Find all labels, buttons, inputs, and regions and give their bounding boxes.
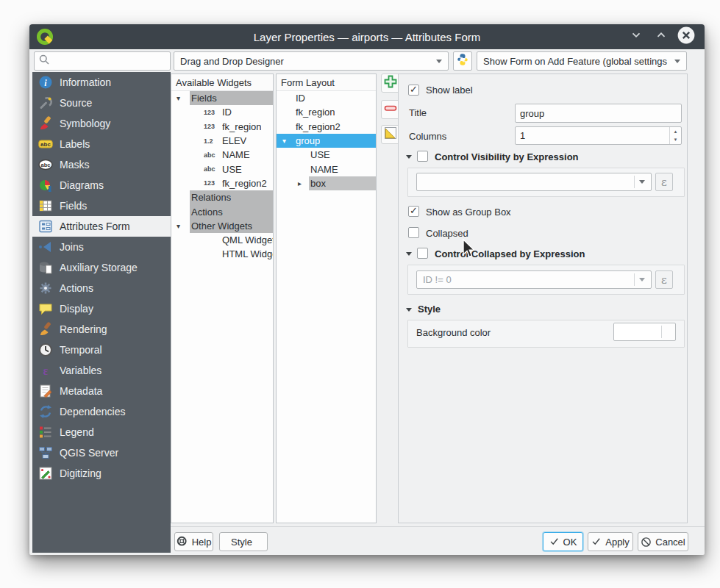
- collapse-arrow-icon[interactable]: [406, 252, 412, 256]
- show-as-group-box-checkbox[interactable]: ✓: [408, 206, 419, 217]
- actions-icon: [38, 281, 53, 295]
- background-color-dropdown[interactable]: [613, 323, 676, 341]
- collapsed-label: Collapsed: [426, 228, 468, 239]
- sidebar-item-label: Information: [60, 76, 111, 88]
- collapsed-arrow-icon[interactable]: ▸: [298, 176, 302, 190]
- sidebar-item-label: Temporal: [60, 344, 102, 356]
- sidebar-item-variables[interactable]: εVariables: [32, 360, 171, 381]
- widget-properties-pane: ✓ Show label Title group Columns 1 ▲ ▼ C…: [398, 74, 688, 523]
- control-collapsed-label[interactable]: Control Collapsed by Expression: [435, 248, 585, 259]
- masks-icon: abc: [38, 157, 53, 172]
- show-label-checkbox[interactable]: ✓: [408, 85, 419, 96]
- sidebar-item-joins[interactable]: Joins: [32, 237, 171, 257]
- tree-item-group[interactable]: ▾group: [277, 134, 376, 148]
- tree-item-label: ID: [222, 107, 232, 118]
- sidebar-item-attributes-form[interactable]: Attributes Form: [32, 216, 171, 237]
- style-menu-button[interactable]: Style: [219, 532, 268, 551]
- tree-item-name[interactable]: abcNAME: [171, 148, 273, 162]
- search-input[interactable]: [34, 51, 171, 71]
- color-swatch: [614, 323, 661, 340]
- sidebar-item-rendering[interactable]: Rendering: [32, 319, 171, 340]
- tree-item-relations[interactable]: Relations: [171, 190, 273, 204]
- sidebar-item-diagrams[interactable]: Diagrams: [32, 175, 171, 196]
- sidebar-item-actions[interactable]: Actions: [32, 278, 171, 298]
- sidebar-item-dependencies[interactable]: Dependencies: [32, 401, 171, 422]
- sidebar-item-information[interactable]: iInformation: [32, 72, 171, 93]
- checkmark-icon: ✓: [410, 85, 418, 94]
- sidebar-item-fields[interactable]: Fields: [32, 196, 171, 216]
- sidebar-item-temporal[interactable]: Temporal: [32, 340, 171, 360]
- sidebar-item-label: Fields: [60, 200, 87, 212]
- apply-button[interactable]: Apply: [588, 532, 633, 551]
- title-bar[interactable]: Layer Properties — airports — Attributes…: [29, 24, 705, 49]
- tree-item-box[interactable]: ▸box: [277, 176, 376, 190]
- tree-item-actions[interactable]: Actions: [171, 204, 273, 218]
- tree-item-fk-region2[interactable]: fk_region2: [277, 120, 376, 134]
- labels-icon: abc: [38, 137, 53, 151]
- sidebar-item-labels[interactable]: abcLabels: [32, 134, 171, 154]
- columns-spinbox[interactable]: 1 ▲ ▼: [515, 126, 682, 145]
- spin-down-button[interactable]: ▼: [670, 136, 681, 145]
- sidebar-item-legend[interactable]: Legend: [32, 422, 171, 442]
- window-shade-button[interactable]: [628, 29, 644, 45]
- tree-item-fk-region[interactable]: fk_region: [277, 105, 376, 119]
- tree-item-qml-widget[interactable]: QML Widget: [171, 233, 273, 247]
- tree-item-id[interactable]: 123ID: [171, 105, 273, 119]
- python-init-code-button[interactable]: [453, 51, 472, 71]
- expand-arrow-icon[interactable]: ▾: [177, 91, 180, 105]
- tree-item-html-widget[interactable]: HTML Widget: [171, 247, 273, 261]
- temporal-icon: [38, 343, 53, 357]
- collapse-arrow-icon[interactable]: [406, 155, 412, 159]
- form-on-add-feature-combo[interactable]: Show Form on Add Feature (global setting…: [477, 51, 687, 71]
- cancel-button[interactable]: Cancel: [638, 532, 688, 551]
- sidebar-item-label: Joins: [60, 241, 84, 253]
- visibility-expression-builder-button[interactable]: ε: [655, 173, 673, 191]
- legend-icon: [38, 425, 53, 440]
- control-visibility-checkbox[interactable]: [417, 151, 428, 162]
- tree-item-elev[interactable]: 1.2ELEV: [171, 134, 273, 148]
- sidebar-item-digitizing[interactable]: Digitizing: [32, 463, 171, 484]
- sidebar-item-masks[interactable]: abcMasks: [32, 154, 171, 175]
- title-input[interactable]: group: [515, 104, 682, 123]
- tree-item-fk-region[interactable]: 123fk_region: [171, 120, 273, 134]
- tree-item-label: box: [310, 178, 326, 189]
- tree-item-use[interactable]: abcUSE: [171, 162, 273, 176]
- sidebar-item-label: Source: [60, 97, 92, 109]
- collapsed-expression-combo[interactable]: ID != 0: [416, 270, 652, 289]
- sidebar-item-label: Auxiliary Storage: [60, 262, 138, 273]
- sidebar-item-auxiliary-storage[interactable]: Auxiliary Storage: [32, 257, 171, 278]
- tree-item-name[interactable]: NAME: [277, 162, 376, 176]
- editor-layout-combo[interactable]: Drag and Drop Designer: [174, 51, 449, 71]
- display-icon: [38, 301, 53, 316]
- tree-item-other-widgets[interactable]: ▾Other Widgets: [171, 219, 273, 233]
- collapsed-expression-builder-button[interactable]: ε: [655, 270, 673, 289]
- sidebar-item-label: Labels: [60, 138, 90, 150]
- sidebar-item-symbology[interactable]: Symbology: [32, 113, 171, 134]
- spin-up-button[interactable]: ▲: [670, 127, 681, 136]
- auxiliary-storage-icon: [38, 260, 53, 275]
- tree-item-fields[interactable]: ▾Fields: [171, 91, 273, 105]
- window-close-button[interactable]: [678, 29, 694, 45]
- sidebar-item-metadata[interactable]: Metadata: [32, 381, 171, 401]
- help-button[interactable]: Help: [174, 532, 213, 551]
- ok-button[interactable]: OK: [543, 532, 583, 551]
- tree-item-label: USE: [222, 164, 242, 175]
- tree-item-fk-region2[interactable]: 123fk_region2: [171, 176, 273, 190]
- expand-arrow-icon[interactable]: ▾: [177, 219, 180, 233]
- sidebar-item-source[interactable]: Source: [32, 93, 171, 113]
- style-group-label[interactable]: Style: [418, 304, 441, 315]
- window-maximize-button[interactable]: [653, 29, 669, 45]
- expand-arrow-icon[interactable]: ▾: [282, 134, 286, 148]
- tree-item-label: NAME: [310, 164, 338, 175]
- visibility-expression-combo[interactable]: [416, 173, 652, 191]
- collapse-arrow-icon[interactable]: [406, 308, 412, 312]
- collapsed-checkbox[interactable]: [408, 227, 419, 238]
- sidebar-item-qgis-server[interactable]: QGIS Server: [32, 442, 171, 463]
- sidebar-item-label: Display: [60, 303, 93, 315]
- control-visibility-label[interactable]: Control Visibility by Expression: [435, 151, 579, 162]
- control-collapsed-checkbox[interactable]: [417, 248, 428, 259]
- tree-item-id[interactable]: ID: [277, 91, 376, 105]
- svg-text:ε: ε: [43, 365, 49, 377]
- sidebar-item-display[interactable]: Display: [32, 298, 171, 319]
- tree-item-use[interactable]: USE: [277, 148, 376, 162]
